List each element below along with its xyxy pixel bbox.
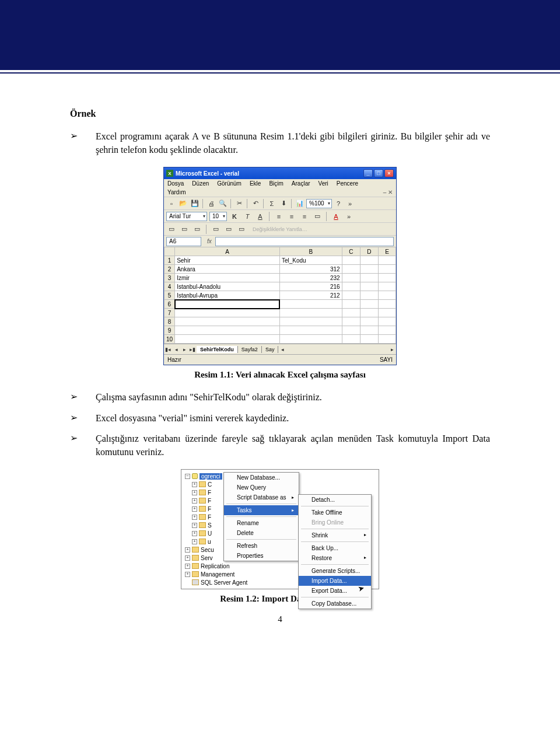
cell[interactable] xyxy=(379,265,396,274)
cell[interactable] xyxy=(342,256,360,265)
sheet-tab[interactable]: Say xyxy=(262,346,279,353)
cell[interactable] xyxy=(379,309,396,317)
ctx-script-database[interactable]: Script Database as▸ xyxy=(224,492,299,502)
row-header[interactable]: 3 xyxy=(164,274,175,282)
menu-gorunum[interactable]: Görünüm xyxy=(217,180,242,187)
sort-icon[interactable]: ⬇ xyxy=(278,198,289,209)
sub-backup[interactable]: Back Up... xyxy=(299,543,371,553)
col-header-c[interactable]: C xyxy=(342,247,360,256)
cell[interactable] xyxy=(279,300,342,309)
menu-veri[interactable]: Veri xyxy=(318,180,328,187)
cell[interactable] xyxy=(175,317,280,326)
row-header[interactable]: 2 xyxy=(164,265,175,274)
review-icon[interactable]: ▭ xyxy=(179,224,190,235)
print-icon[interactable]: 🖨 xyxy=(206,198,216,209)
review-icon[interactable]: ▭ xyxy=(223,224,234,235)
ctx-properties[interactable]: Properties xyxy=(224,551,299,561)
ctx-new-database[interactable]: New Database... xyxy=(224,473,299,483)
review-icon[interactable]: ▭ xyxy=(211,224,221,235)
cell[interactable] xyxy=(379,317,396,326)
merge-icon[interactable]: ▭ xyxy=(312,211,323,222)
cell[interactable] xyxy=(379,326,396,335)
col-header-b[interactable]: B xyxy=(279,247,342,256)
cell[interactable] xyxy=(175,335,280,344)
cell[interactable] xyxy=(342,309,360,317)
maximize-button[interactable]: □ xyxy=(374,169,383,177)
new-icon[interactable]: ▫ xyxy=(166,198,177,209)
sub-detach[interactable]: Detach... xyxy=(299,495,371,505)
cell[interactable] xyxy=(379,274,396,282)
cell[interactable]: Istanbul-Avrupa xyxy=(175,291,280,300)
cell[interactable] xyxy=(342,291,360,300)
menu-pencere[interactable]: Pencere xyxy=(337,180,358,187)
tab-nav-next-icon[interactable]: ▸ xyxy=(180,347,188,352)
cell[interactable] xyxy=(342,317,360,326)
excel-grid[interactable]: A B C D E 1SehirTel_Kodu 2Ankara312 3Izm… xyxy=(164,247,396,344)
font-size-select[interactable]: 10 xyxy=(209,212,227,221)
preview-icon[interactable]: 🔍 xyxy=(218,198,228,209)
bold-button[interactable]: K xyxy=(229,211,240,222)
cell[interactable] xyxy=(279,335,342,344)
row-header[interactable]: 8 xyxy=(164,317,175,326)
toolbar-more-icon[interactable]: » xyxy=(344,211,354,222)
cell[interactable] xyxy=(342,326,360,335)
cell[interactable] xyxy=(360,300,378,309)
cell[interactable]: Istanbul-Anadolu xyxy=(175,282,280,291)
review-icon[interactable]: ▭ xyxy=(236,224,247,235)
cell[interactable] xyxy=(360,309,378,317)
align-right-icon[interactable]: ≡ xyxy=(299,211,310,222)
cell[interactable]: Izmir xyxy=(175,274,280,282)
sheet-tab-active[interactable]: SehirTelKodu xyxy=(197,346,238,353)
name-box[interactable]: A6 xyxy=(166,237,201,246)
ctx-tasks[interactable]: Tasks▸ xyxy=(224,505,299,515)
cell[interactable]: 232 xyxy=(279,274,342,282)
font-name-select[interactable]: Arial Tur xyxy=(166,212,207,221)
cell[interactable] xyxy=(360,265,378,274)
formula-bar[interactable] xyxy=(215,237,394,246)
menu-yardim[interactable]: Yardım xyxy=(167,189,186,195)
tab-nav-first-icon[interactable]: ▮◂ xyxy=(164,347,172,352)
review-icon[interactable]: ▭ xyxy=(192,224,202,235)
col-header-a[interactable]: A xyxy=(175,247,280,256)
cell[interactable] xyxy=(360,282,378,291)
menu-ekle[interactable]: Ekle xyxy=(250,180,261,187)
cell[interactable] xyxy=(360,317,378,326)
cell[interactable] xyxy=(279,317,342,326)
cell[interactable]: Sehir xyxy=(175,256,280,265)
excel-titlebar[interactable]: X Microsoft Excel - verial _ □ × xyxy=(164,167,396,179)
sub-copy-database[interactable]: Copy Database... xyxy=(299,599,371,609)
save-icon[interactable]: 💾 xyxy=(190,198,200,209)
autosum-icon[interactable]: Σ xyxy=(267,198,277,209)
row-header[interactable]: 10 xyxy=(164,335,175,344)
row-header[interactable]: 7 xyxy=(164,309,175,317)
ctx-delete[interactable]: Delete xyxy=(224,528,299,538)
toolbar-more-icon[interactable]: » xyxy=(345,198,355,209)
row-header[interactable]: 1 xyxy=(164,256,175,265)
ctx-new-query[interactable]: New Query xyxy=(224,483,299,492)
menu-duzen[interactable]: Düzen xyxy=(192,180,209,187)
review-icon[interactable]: ▭ xyxy=(166,224,177,235)
sub-generate-scripts[interactable]: Generate Scripts... xyxy=(299,566,371,576)
font-color-icon[interactable]: A xyxy=(331,211,341,222)
zoom-select[interactable]: %100 xyxy=(306,199,332,208)
menu-bicim[interactable]: Biçim xyxy=(269,180,283,187)
cell[interactable] xyxy=(360,335,378,344)
sub-shrink[interactable]: Shrink▸ xyxy=(299,530,371,540)
corner-header[interactable] xyxy=(164,247,175,256)
tab-nav-prev-icon[interactable]: ◂ xyxy=(172,347,180,352)
cell[interactable] xyxy=(342,300,360,309)
cell[interactable] xyxy=(175,309,280,317)
close-button[interactable]: × xyxy=(384,169,394,177)
cell[interactable] xyxy=(342,274,360,282)
active-cell[interactable] xyxy=(175,300,280,309)
ctx-rename[interactable]: Rename xyxy=(224,518,299,528)
cell[interactable] xyxy=(379,256,396,265)
align-center-icon[interactable]: ≡ xyxy=(286,211,297,222)
cell[interactable]: 216 xyxy=(279,282,342,291)
cell[interactable]: 312 xyxy=(279,265,342,274)
undo-icon[interactable]: ↶ xyxy=(250,198,261,209)
underline-button[interactable]: A xyxy=(255,211,265,222)
cell[interactable] xyxy=(342,335,360,344)
italic-button[interactable]: T xyxy=(242,211,253,222)
ctx-refresh[interactable]: Refresh xyxy=(224,541,299,551)
